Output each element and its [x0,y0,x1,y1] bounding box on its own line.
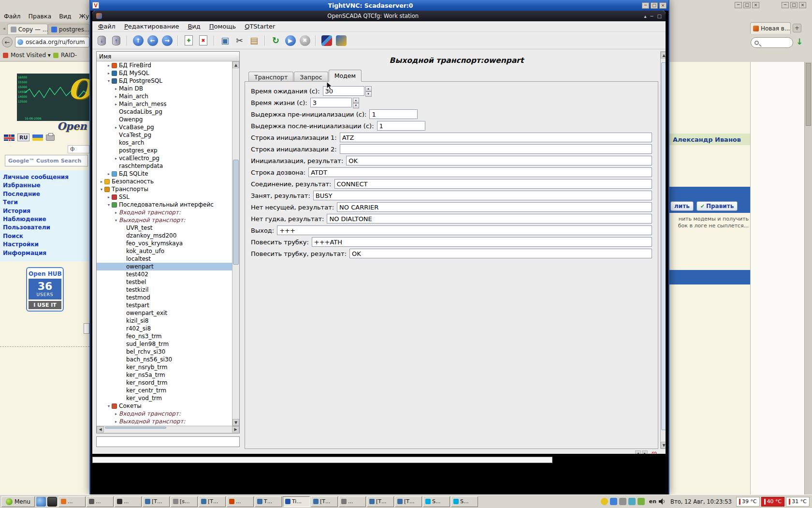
collapsed-arrow-icon[interactable]: ▸ [113,412,119,416]
field-input[interactable] [277,225,652,235]
field-input[interactable] [346,156,652,165]
tree-item[interactable]: localtest [97,255,232,263]
tree-item[interactable]: VcaTest_pg [97,131,232,139]
tree-item[interactable]: ker_nsord_trm [97,379,232,387]
menu-item[interactable]: Помощь [205,22,240,31]
minimize-button[interactable]: ─ [735,2,742,8]
oscada-icon[interactable] [320,34,333,47]
print-icon[interactable] [46,134,55,141]
paste-icon[interactable]: ▤ [247,34,261,47]
url-field[interactable]: oscada.org/ru/forum [15,37,89,47]
spin-down-icon[interactable]: ▾ [365,91,372,97]
tab-item[interactable]: Транспорт [248,72,293,82]
taskbar-task-button[interactable]: [Т... [395,496,422,507]
tree-item[interactable]: feo_ns3_trm [97,332,232,340]
tree-item[interactable]: ker_ns5a_trm [97,371,232,379]
collapsed-arrow-icon[interactable]: ▸ [113,210,119,215]
tree-item[interactable]: r402_si8 [97,325,232,332]
menu-item[interactable]: Вид [59,13,71,20]
field-input[interactable] [337,202,652,212]
expanded-arrow-icon[interactable]: ▾ [113,218,119,223]
collapsed-arrow-icon[interactable]: ▸ [113,102,119,106]
field-input[interactable] [377,121,425,131]
forum-nav-link[interactable]: Пользователи [3,224,89,232]
ua-flag-icon[interactable] [32,134,43,141]
tree-item[interactable]: sud_len98_trm [97,340,232,348]
tree-item[interactable]: ▸Main_arch [97,92,232,100]
browser-tab-new[interactable]: Новая в... [750,22,791,34]
search-input[interactable] [751,37,793,48]
item-add-icon[interactable]: ✚ [182,34,195,47]
uk-flag-icon[interactable] [4,134,14,141]
tree-item[interactable]: feo_vos_krymskaya [97,239,232,247]
collapsed-arrow-icon[interactable]: ▸ [106,63,112,68]
tree-item[interactable]: ▸БД FireBird [97,61,232,69]
field-input[interactable] [349,249,652,258]
tree-item[interactable]: ▸VcaBase_pg [97,123,232,131]
tab-item[interactable]: Запрос [294,72,328,82]
taskbar-task-button[interactable]: ... [58,496,86,507]
tree-item[interactable]: testmod [97,294,232,301]
expanded-arrow-icon[interactable]: ▾ [106,203,112,207]
collapsed-arrow-icon[interactable]: ▸ [113,94,119,99]
tree-item[interactable]: ▸Безопасность [97,178,232,185]
start-menu-button[interactable]: Menu [1,496,35,507]
edit-button[interactable]: ✔ Править [696,201,738,211]
tree-item[interactable]: ▾Сокеты [97,402,232,410]
tree-item[interactable]: testkizil [97,286,232,294]
forum-nav-link[interactable]: Избранные [3,181,89,190]
collapsed-arrow-icon[interactable]: ▸ [113,419,119,424]
taskbar-task-button[interactable]: S... [423,496,450,507]
scrollbar-thumb[interactable] [661,62,666,430]
tree-item[interactable]: ▸Main DB [97,85,232,92]
browser-tab-postgres[interactable]: postgres... [48,24,89,34]
collapsed-arrow-icon[interactable]: ▸ [113,156,119,161]
collapsed-arrow-icon[interactable]: ▸ [106,195,112,199]
expanded-arrow-icon[interactable]: ▾ [106,404,112,408]
tab-scroll-left-icon[interactable]: ◂ [1,26,7,31]
maximize-button[interactable]: □ [651,2,658,9]
delete-button[interactable]: лить [670,201,694,211]
taskbar-task-button[interactable]: S... [451,496,478,507]
forum-nav-link[interactable]: Наблюдение [3,215,89,224]
minimize-button[interactable]: ─ [642,2,649,9]
forum-nav-link[interactable]: Личные сообщения [3,173,89,181]
item-delete-icon[interactable]: ✖ [197,34,210,47]
tree-item[interactable]: UVR_test [97,224,232,232]
quicklaunch-browser-icon[interactable] [36,497,46,507]
forum-nav-link[interactable]: Последние [3,190,89,198]
ru-lang-label[interactable]: RU [17,134,29,141]
qtstarter-icon[interactable] [334,34,348,47]
keyboard-layout[interactable]: en [648,498,657,505]
tree-horizontal-scrollbar[interactable]: ◀ ▶ [97,426,239,433]
bookmark-raid[interactable]: RAID- [61,52,77,59]
menu-item[interactable]: Вид [184,22,204,31]
close-button[interactable]: × [752,2,759,8]
tree-item[interactable]: test402 [97,270,232,278]
google-search-box[interactable]: Google™ Custom Search [5,155,88,166]
tree-item[interactable]: ▸Входной транспорт: [97,209,232,216]
tree-item[interactable]: ker_nsryb_trm [97,363,232,371]
browser-tab-copy[interactable]: Copy — ... [7,24,48,34]
up-icon[interactable]: ↑ [131,34,145,47]
collapsed-arrow-icon[interactable]: ▸ [113,87,119,91]
taskbar-task-button[interactable]: [Т... [367,496,394,507]
taskbar-task-button[interactable]: [Т... [311,496,338,507]
maximize-button[interactable]: □ [743,2,751,8]
tree-item[interactable]: Owenpg [97,116,232,123]
shade-button[interactable]: ▴ [644,14,646,19]
tree-item[interactable]: ▾БД PostgreSQL [97,77,232,85]
forum-nav-link[interactable]: Настройки [3,240,89,249]
cut-icon[interactable]: ✂ [233,34,246,47]
start-icon[interactable]: ▶ [284,34,297,47]
menu-item[interactable]: QTStarter [241,22,279,31]
scroll-left-icon[interactable]: ◀ [97,426,104,433]
close-button[interactable]: × [659,2,667,9]
tree-filter-field[interactable] [96,436,240,447]
taskbar-task-button[interactable]: ... [87,496,114,507]
vnc-titlebar[interactable]: V TightVNC: Scadaserver:0 ─□× [90,0,668,11]
forum-nav-link[interactable]: Теги [3,198,89,207]
maximize-button[interactable]: □ [790,2,798,8]
collapsed-arrow-icon[interactable]: ▸ [106,71,112,75]
collapsed-arrow-icon[interactable]: ▸ [99,179,104,184]
